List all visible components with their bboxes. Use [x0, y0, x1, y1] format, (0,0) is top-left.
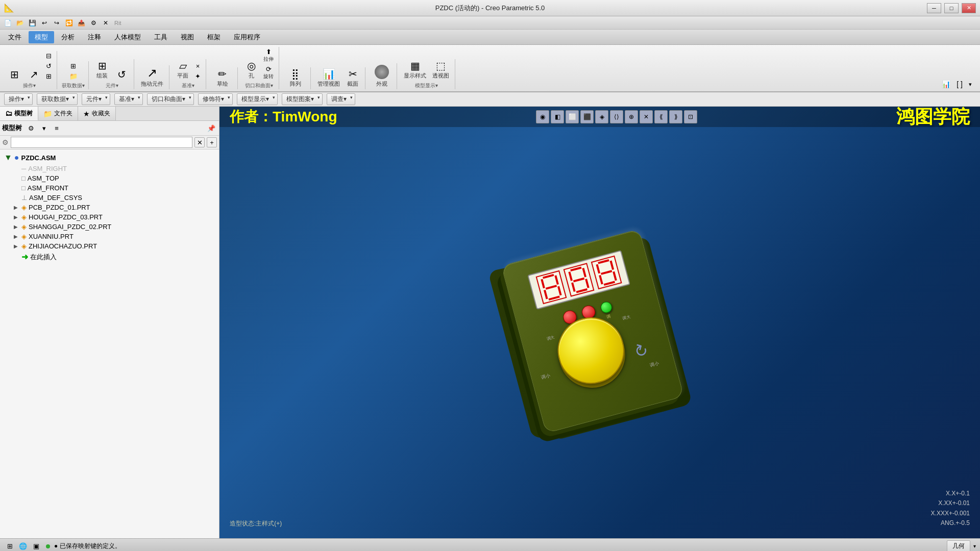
operations-dropdown[interactable]: 操作▾ — [4, 93, 33, 105]
operations-btn2[interactable]: ↗ — [24, 68, 43, 81]
survey-dropdown[interactable]: 调查▾ — [327, 93, 355, 105]
getdata-dropdown[interactable]: 获取数据▾ — [37, 93, 78, 105]
toolbar-btn-5[interactable]: 🔁 — [63, 17, 75, 29]
tree-root-item[interactable]: ▼ ● PZDC.ASM — [0, 152, 219, 164]
tree-item-asm-top[interactable]: □ ASM_TOP — [0, 173, 219, 183]
redo-button[interactable]: ↪ — [51, 17, 62, 29]
menu-human-model[interactable]: 人体模型 — [108, 31, 147, 43]
search-add-btn[interactable]: + — [207, 137, 217, 147]
tree-item-xuanniu[interactable]: ▶ ◈ XUANNIU.PRT — [0, 232, 219, 241]
component-dropdown[interactable]: 元件▾ — [82, 93, 110, 105]
model-diagram-btn[interactable]: 📊 — [940, 79, 952, 89]
viewmgr-btn[interactable]: 📊 管理视图 — [315, 67, 342, 89]
undo-button[interactable]: ↩ — [39, 17, 50, 29]
cutsurf-dropdown[interactable]: 切口和曲面▾ — [147, 93, 194, 105]
datum-label[interactable]: 基准▾ — [182, 82, 194, 89]
view-icon-3[interactable]: ⬜ — [566, 110, 579, 123]
viewport[interactable]: 作者：TimWong ◉ ◧ ⬜ ⬛ ◈ ⟨⟩ ⊕ ✕ ⟪ ⟫ ⊡ 鸿图学院 — [219, 107, 980, 538]
menu-frame[interactable]: 框架 — [201, 31, 227, 43]
tree-item-insert[interactable]: ➜ 在此插入 — [0, 251, 219, 263]
op-small-2[interactable]: ↺ — [44, 61, 54, 71]
cutsurf-label[interactable]: 切口和曲面▾ — [245, 82, 273, 89]
gd-small-2[interactable]: 📁 — [67, 71, 80, 81]
display-style-btn[interactable]: ▦ 显示样式 — [401, 59, 429, 81]
filter-icon[interactable]: ⚙ — [2, 138, 9, 146]
tree-item-asm-right[interactable]: ─ ASM_RIGHT — [0, 164, 219, 173]
view-icon-8[interactable]: ✕ — [640, 110, 653, 123]
modifier-dropdown[interactable]: 修饰符▾ — [198, 93, 233, 105]
model-tree-tab[interactable]: 🗂 模型树 — [0, 107, 38, 120]
view-icon-11[interactable]: ⊡ — [684, 110, 697, 123]
component-label[interactable]: 元件▾ — [106, 82, 118, 89]
tree-settings-btn[interactable]: ⚙ — [26, 122, 37, 134]
save-button[interactable]: 💾 — [27, 17, 38, 29]
close-button[interactable]: ✕ — [962, 3, 976, 13]
toolbar-btn-7[interactable]: ⚙ — [88, 17, 99, 29]
geometry-dropdown[interactable]: 几何 — [947, 540, 970, 551]
hole-btn[interactable]: ◎ 孔 — [242, 59, 260, 81]
tree-item-zhijiao[interactable]: ▶ ◈ ZHIJIAOCHAZUO.PRT — [0, 241, 219, 251]
toolbar-btn-6[interactable]: 📤 — [76, 17, 87, 29]
section-btn[interactable]: ✂ 截面 — [344, 67, 362, 89]
tree-expand-btn[interactable]: ▾ — [38, 122, 50, 134]
tree-item-pcb[interactable]: ▶ ◈ PCB_PZDC_01.PRT — [0, 203, 219, 212]
menu-model[interactable]: 模型 — [29, 31, 54, 43]
array-btn[interactable]: ⣿ 阵列 — [286, 67, 305, 89]
view-icon-5[interactable]: ◈ — [595, 110, 608, 123]
view-icon-6[interactable]: ⟨⟩ — [610, 110, 623, 123]
view-icon-9[interactable]: ⟪ — [654, 110, 668, 123]
tree-item-asm-front[interactable]: □ ASM_FRONT — [0, 183, 219, 193]
assemble-btn[interactable]: ⊞ 组装 — [93, 59, 111, 81]
favorites-tab[interactable]: ★ 收藏夹 — [78, 107, 116, 120]
gd-small-1[interactable]: ⊞ — [67, 61, 80, 71]
sketch-btn[interactable]: ✏ 草绘 — [213, 67, 232, 89]
appearance-btn[interactable]: 外观 — [372, 63, 391, 89]
status-icon-3[interactable]: ▣ — [31, 541, 42, 552]
tree-search-input[interactable] — [11, 137, 192, 148]
minimize-button[interactable]: ─ — [927, 3, 941, 13]
modeldiagram-dropdown[interactable]: 模型图案▾ — [282, 93, 323, 105]
view-icon-4[interactable]: ⬛ — [580, 110, 594, 123]
menu-apps[interactable]: 应用程序 — [228, 31, 266, 43]
menu-annotation[interactable]: 注释 — [82, 31, 107, 43]
tree-item-asm-csys[interactable]: ⊥ ASM_DEF_CSYS — [0, 193, 219, 203]
folder-tab[interactable]: 📁 文件夹 — [38, 107, 78, 120]
extrude-btn[interactable]: ⬆ 拉伸 — [261, 47, 276, 64]
tree-item-shanggai[interactable]: ▶ ◈ SHANGGAI_PZDC_02.PRT — [0, 222, 219, 232]
operations-grid-btn[interactable]: ⊞ — [5, 68, 23, 81]
bracket-btn[interactable]: [ ] — [954, 79, 965, 89]
op-small-1[interactable]: ⊟ — [44, 51, 54, 61]
view-icon-7[interactable]: ⊕ — [625, 110, 638, 123]
drag-component-btn[interactable]: ↗ 拖动元件 — [138, 65, 166, 89]
menu-file[interactable]: 文件 — [2, 31, 28, 43]
view-icon-1[interactable]: ◉ — [536, 110, 549, 123]
open-file-button[interactable]: 📂 — [14, 17, 26, 29]
getdata-label[interactable]: 获取数据▾ — [62, 82, 85, 89]
search-clear-btn[interactable]: ✕ — [194, 137, 205, 147]
tree-item-hougai[interactable]: ▶ ◈ HOUGAI_PZDC_03.PRT — [0, 212, 219, 222]
menu-view[interactable]: 视图 — [175, 31, 200, 43]
modeldisplay-dropdown[interactable]: 模型显示▾ — [237, 93, 278, 105]
tree-pin-btn[interactable]: 📌 — [206, 122, 217, 134]
tree-more-btn[interactable]: ≡ — [51, 122, 62, 134]
view-icon-2[interactable]: ◧ — [551, 110, 564, 123]
display-group-label[interactable]: 模型显示▾ — [415, 82, 438, 89]
knob-green[interactable] — [599, 300, 613, 314]
status-icon-2[interactable]: 🌐 — [17, 541, 29, 552]
datum-dropdown[interactable]: 基准▾ — [114, 93, 143, 105]
datum-s1[interactable]: × — [193, 61, 203, 71]
plane-btn[interactable]: ▱ 平面 — [174, 59, 192, 81]
status-icon-1[interactable]: ⊞ — [4, 541, 15, 552]
menu-tools[interactable]: 工具 — [148, 31, 174, 43]
menu-analysis[interactable]: 分析 — [55, 31, 81, 43]
refresh-btn[interactable]: ↺ — [112, 68, 131, 81]
view-icon-10[interactable]: ⟫ — [669, 110, 682, 123]
perspective-btn[interactable]: ⬚ 透视图 — [430, 59, 452, 81]
model-diagram-dd[interactable]: ▾ — [967, 80, 974, 89]
op-small-3[interactable]: ⊞ — [44, 71, 54, 81]
toolbar-btn-8[interactable]: ✕ — [100, 17, 111, 29]
new-file-button[interactable]: 📄 — [2, 17, 13, 29]
revolve-btn[interactable]: ⟳ 旋转 — [261, 64, 276, 81]
maximize-button[interactable]: □ — [944, 3, 959, 13]
datum-s2[interactable]: ✦ — [193, 71, 203, 81]
